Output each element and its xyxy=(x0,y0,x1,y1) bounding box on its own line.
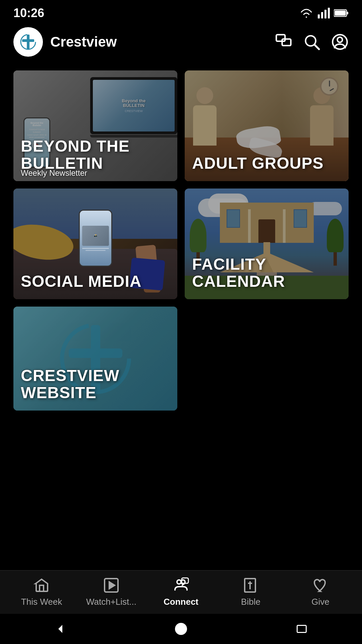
nav-label-bible: Bible xyxy=(241,597,260,607)
battery-icon xyxy=(334,9,349,17)
tile-label-website: CRESTVIEW WEBSITE xyxy=(21,367,170,401)
tile-label-facility: FACILITY CALENDAR xyxy=(192,256,341,290)
recents-icon xyxy=(297,625,307,633)
svg-rect-2 xyxy=(324,10,326,18)
connect-icon xyxy=(173,577,189,593)
nav-label-watch-list: Watch+List... xyxy=(86,597,136,607)
play-icon xyxy=(103,577,119,593)
nav-connect[interactable]: Connect xyxy=(146,577,216,607)
tile-label-bulletin: BEYOND THE BULLETIN xyxy=(21,138,170,172)
svg-rect-6 xyxy=(335,11,346,16)
profile-icon[interactable] xyxy=(331,33,349,51)
recents-button[interactable] xyxy=(293,620,311,638)
signal-icon xyxy=(318,8,330,18)
nav-label-connect: Connect xyxy=(164,597,198,607)
svg-rect-5 xyxy=(347,12,348,14)
svg-marker-27 xyxy=(58,625,62,633)
android-nav-bar xyxy=(0,614,362,644)
chat-icon[interactable] xyxy=(275,33,292,51)
wifi-icon xyxy=(299,8,314,18)
svg-rect-1 xyxy=(321,12,323,18)
home-circle-icon xyxy=(175,623,187,635)
back-icon xyxy=(54,623,66,635)
nav-give[interactable]: Give xyxy=(286,577,355,607)
back-button[interactable] xyxy=(51,620,70,638)
app-header: Crestview xyxy=(0,23,362,60)
header-brand: Crestview xyxy=(13,27,117,57)
tiles-grid: Beyond theBULLETIN CRESTVIEW Beyond theB… xyxy=(13,70,349,411)
nav-this-week[interactable]: This Week xyxy=(7,577,76,607)
status-time: 10:26 xyxy=(13,6,44,20)
home-button[interactable] xyxy=(172,620,190,638)
app-logo[interactable] xyxy=(13,27,43,57)
status-bar: 10:26 xyxy=(0,0,362,23)
nav-label-this-week: This Week xyxy=(21,597,62,607)
nav-label-give: Give xyxy=(311,597,329,607)
tile-social-media[interactable]: 📸 SOCIAL MEDIA xyxy=(13,189,177,299)
svg-rect-10 xyxy=(276,35,285,41)
tile-facility-calendar[interactable]: FACILITY CALENDAR xyxy=(185,189,349,299)
search-icon[interactable] xyxy=(303,33,320,51)
header-actions xyxy=(275,33,349,51)
home-icon xyxy=(34,577,50,593)
tile-label-social: SOCIAL MEDIA xyxy=(21,273,170,290)
tile-sublabel-bulletin: Weekly Newsletter xyxy=(21,168,87,178)
heart-icon xyxy=(312,577,328,593)
svg-point-15 xyxy=(337,37,342,42)
app-title: Crestview xyxy=(50,34,117,50)
tile-adult-groups[interactable]: ADULT GROUPS xyxy=(185,70,349,181)
status-icons xyxy=(299,8,349,18)
svg-rect-8 xyxy=(22,39,34,42)
bottom-nav: This Week Watch+List... Connect Bible xyxy=(0,570,362,614)
svg-line-13 xyxy=(315,45,319,49)
svg-marker-20 xyxy=(109,582,115,589)
tile-crestview-website[interactable]: CRESTVIEW WEBSITE xyxy=(13,307,177,411)
nav-bible[interactable]: Bible xyxy=(216,577,286,607)
svg-rect-3 xyxy=(328,8,330,18)
svg-rect-11 xyxy=(282,39,291,45)
tile-label-adult: ADULT GROUPS xyxy=(192,155,341,172)
bible-icon xyxy=(243,577,259,593)
content-area: Beyond theBULLETIN CRESTVIEW Beyond theB… xyxy=(0,60,362,411)
nav-watch-list[interactable]: Watch+List... xyxy=(76,577,146,607)
tile-beyond-bulletin[interactable]: Beyond theBULLETIN CRESTVIEW Beyond theB… xyxy=(13,70,177,181)
svg-rect-0 xyxy=(318,14,320,18)
logo-icon xyxy=(18,32,38,52)
